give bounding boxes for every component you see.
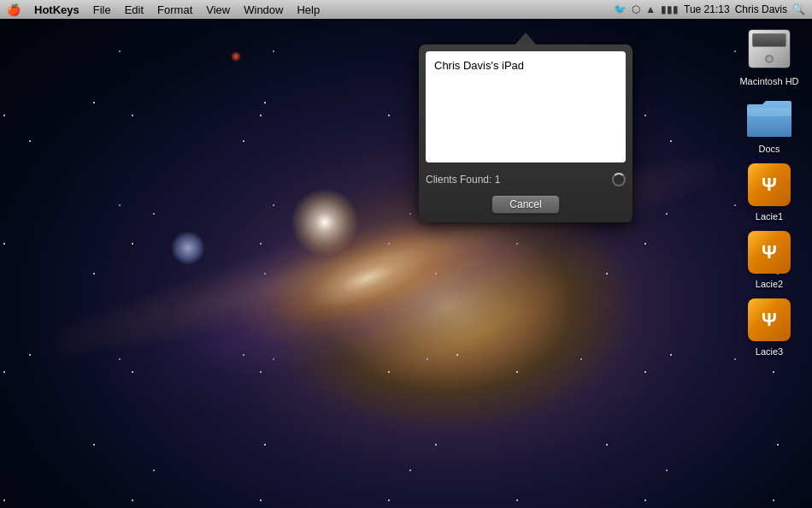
apple-logo-icon: 🍎 — [7, 3, 21, 16]
lacie1-icon-image — [745, 161, 793, 209]
client-list[interactable]: Chris Davis's iPad — [426, 51, 626, 162]
svg-point-3 — [765, 55, 774, 63]
svg-rect-2 — [753, 34, 786, 46]
menu-format[interactable]: Format — [150, 0, 199, 19]
list-item[interactable]: Chris Davis's iPad — [431, 56, 621, 74]
dialog-box: Chris Davis's iPad Clients Found: 1 Canc… — [419, 44, 633, 222]
desktop-icon-lacie2[interactable]: Lacie2 — [735, 228, 803, 289]
username: Chris Davis — [735, 3, 787, 15]
lacie1-icon — [748, 163, 791, 206]
menu-help[interactable]: Help — [290, 0, 327, 19]
menu-hotkeys[interactable]: HotKeys — [27, 0, 86, 19]
docs-label: Docs — [758, 144, 780, 154]
star-red-glow — [231, 51, 241, 62]
menubar: 🍎 HotKeys File Edit Format View Window H… — [0, 0, 812, 19]
desktop: 🍎 HotKeys File Edit Format View Window H… — [0, 0, 812, 508]
lacie3-label: Lacie3 — [756, 346, 783, 357]
menu-file[interactable]: File — [86, 0, 118, 19]
clock: Tue 21:13 — [684, 3, 730, 15]
macintosh-hd-icon-image — [745, 26, 793, 74]
star-blue-glow — [171, 231, 205, 265]
bt-icon[interactable]: ⬡ — [632, 3, 640, 15]
desktop-icon-macintosh-hd[interactable]: Macintosh HD — [735, 26, 803, 86]
galaxy-core-glow — [291, 188, 359, 257]
docs-icon-image — [745, 93, 793, 141]
client-selection-dialog: Chris Davis's iPad Clients Found: 1 Canc… — [419, 32, 633, 222]
lacie3-icon-image — [745, 296, 793, 344]
desktop-icon-lacie1[interactable]: Lacie1 — [735, 161, 803, 222]
svg-rect-5 — [747, 108, 791, 116]
clients-found-label: Clients Found: 1 — [426, 174, 500, 186]
dialog-cancel-row: Cancel — [419, 192, 633, 222]
apple-menu[interactable]: 🍎 — [0, 0, 27, 19]
wifi-icon[interactable]: ▲ — [645, 3, 656, 15]
dialog-footer: Clients Found: 1 — [419, 169, 633, 192]
desktop-icons: Macintosh HD — [735, 26, 803, 357]
desktop-icon-docs[interactable]: Docs — [735, 93, 803, 154]
lacie2-label: Lacie2 — [756, 279, 783, 289]
menu-window[interactable]: Window — [237, 0, 290, 19]
lacie3-icon — [748, 298, 791, 341]
desktop-icon-lacie3[interactable]: Lacie3 — [735, 296, 803, 357]
macintosh-hd-label: Macintosh HD — [739, 76, 798, 86]
dialog-arrow — [515, 32, 536, 44]
menu-view[interactable]: View — [199, 0, 237, 19]
battery-icon[interactable]: ▮▮▮ — [661, 3, 679, 15]
menubar-right: 🐦 ⬡ ▲ ▮▮▮ Tue 21:13 Chris Davis 🔍 — [614, 3, 812, 15]
twitter-icon[interactable]: 🐦 — [614, 3, 627, 15]
lacie2-icon — [748, 231, 791, 274]
lacie2-icon-image — [745, 228, 793, 276]
menu-edit[interactable]: Edit — [118, 0, 150, 19]
search-icon[interactable]: 🔍 — [792, 3, 805, 15]
lacie1-label: Lacie1 — [756, 211, 783, 222]
loading-spinner — [612, 173, 626, 186]
cancel-button[interactable]: Cancel — [491, 195, 559, 214]
